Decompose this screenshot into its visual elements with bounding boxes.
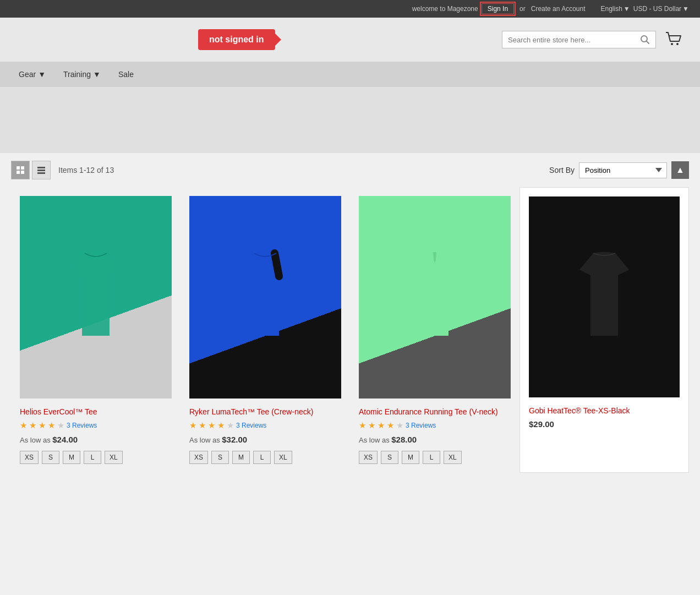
size-xs-2[interactable]: XS — [189, 451, 208, 464]
size-s-2[interactable]: S — [211, 451, 229, 464]
list-icon — [37, 166, 46, 174]
product-image-4[interactable] — [529, 196, 680, 397]
svg-point-2 — [671, 43, 673, 45]
star-3-2: ★ — [368, 421, 375, 430]
shirt-svg-3 — [399, 248, 471, 347]
search-button[interactable] — [640, 35, 650, 45]
search-bar — [502, 31, 656, 48]
language-dropdown[interactable]: English ▼ — [601, 5, 630, 13]
toolbar: Items 1-12 of 13 Sort By Position Produc… — [0, 153, 700, 187]
size-xl-3[interactable]: XL — [444, 451, 462, 464]
sizes-1: XS S M L XL — [20, 451, 172, 464]
size-xs-1[interactable]: XS — [20, 451, 39, 464]
product-image-2[interactable] — [189, 196, 341, 399]
product-card-1: Helios EverCool™ Tee ★ ★ ★ ★ ★ 3 Reviews… — [11, 187, 181, 473]
product-name-1[interactable]: Helios EverCool™ Tee — [20, 407, 172, 416]
not-signed-text: not signed in — [209, 35, 264, 44]
size-l-3[interactable]: L — [423, 451, 440, 464]
size-s-1[interactable]: S — [42, 451, 59, 464]
sign-in-button[interactable]: Sign In — [482, 3, 514, 14]
training-chevron-icon: ▼ — [93, 70, 101, 79]
svg-rect-4 — [17, 166, 20, 170]
product-card-2: Ryker LumaTech™ Tee (Crew-neck) ★ ★ ★ ★ … — [181, 187, 350, 473]
sort-by-label: Sort By — [549, 166, 575, 174]
sort-select[interactable]: Position Product Name Price — [579, 162, 667, 178]
size-m-3[interactable]: M — [402, 451, 419, 464]
star-1-5: ★ — [57, 421, 64, 430]
star-2-2: ★ — [199, 421, 206, 430]
svg-rect-7 — [21, 171, 24, 174]
size-xl-1[interactable]: XL — [105, 451, 123, 464]
currency-label: USD - US Dollar — [633, 5, 681, 13]
banner — [0, 87, 700, 153]
create-account-link[interactable]: Create an Account — [531, 5, 586, 13]
svg-rect-6 — [17, 171, 20, 174]
reviews-link-3[interactable]: 3 Reviews — [406, 422, 436, 429]
cart-button[interactable] — [664, 29, 683, 51]
svg-line-1 — [647, 41, 649, 44]
star-3-1: ★ — [359, 421, 366, 430]
currency-chevron-icon: ▼ — [682, 5, 689, 13]
sort-direction-button[interactable]: ▲ — [671, 161, 689, 179]
star-1-2: ★ — [29, 421, 36, 430]
product-name-2[interactable]: Ryker LumaTech™ Tee (Crew-neck) — [189, 407, 341, 416]
sort-wrap: Sort By Position Product Name Price ▲ — [549, 161, 689, 179]
size-xl-2[interactable]: XL — [274, 451, 292, 464]
product-image-1[interactable] — [20, 196, 172, 399]
products-grid: Helios EverCool™ Tee ★ ★ ★ ★ ★ 3 Reviews… — [0, 187, 700, 484]
size-m-1[interactable]: M — [63, 451, 80, 464]
not-signed-tooltip: not signed in — [198, 29, 275, 50]
star-3-4: ★ — [387, 421, 394, 430]
view-buttons — [11, 161, 51, 179]
nav-bar: Gear ▼ Training ▼ Sale — [0, 62, 700, 87]
nav-item-training[interactable]: Training ▼ — [56, 63, 108, 85]
star-2-1: ★ — [189, 421, 196, 430]
size-l-2[interactable]: L — [253, 451, 271, 464]
star-2-3: ★ — [208, 421, 215, 430]
training-label: Training — [63, 70, 91, 79]
shirt-svg-2 — [229, 248, 301, 347]
star-1-3: ★ — [39, 421, 46, 430]
grid-icon — [16, 166, 25, 174]
product-price-4: $29.00 — [529, 419, 680, 429]
nav-item-gear[interactable]: Gear ▼ — [11, 63, 53, 85]
search-input[interactable] — [508, 36, 640, 44]
star-1-1: ★ — [20, 421, 27, 430]
nav-item-sale[interactable]: Sale — [111, 63, 141, 85]
size-m-2[interactable]: M — [232, 451, 250, 464]
items-count: Items 1-12 of 13 — [58, 166, 114, 174]
gear-chevron-icon: ▼ — [38, 70, 46, 79]
size-xs-3[interactable]: XS — [359, 451, 378, 464]
product-name-4[interactable]: Gobi HeatTec® Tee-XS-Black — [529, 406, 680, 415]
star-2-4: ★ — [217, 421, 225, 430]
currency-dropdown[interactable]: USD - US Dollar ▼ — [633, 5, 689, 13]
product-image-3[interactable] — [359, 196, 511, 399]
svg-rect-9 — [37, 170, 45, 171]
reviews-link-1[interactable]: 3 Reviews — [67, 422, 97, 429]
star-3-3: ★ — [378, 421, 385, 430]
welcome-text: welcome to Magezone — [412, 5, 478, 13]
sale-label: Sale — [118, 70, 134, 79]
sort-direction-icon: ▲ — [676, 165, 685, 175]
product-name-3[interactable]: Atomic Endurance Running Tee (V-neck) — [359, 407, 511, 416]
star-3-5: ★ — [396, 421, 403, 430]
size-l-1[interactable]: L — [84, 451, 101, 464]
cart-icon — [664, 29, 683, 49]
price-label-3: As low as $28.00 — [359, 435, 511, 444]
product-card-4: Gobi HeatTec® Tee-XS-Black $29.00 — [519, 187, 689, 473]
product-rating-1: ★ ★ ★ ★ ★ 3 Reviews — [20, 421, 172, 430]
svg-rect-8 — [37, 167, 45, 168]
header: not signed in — [0, 18, 700, 62]
svg-point-3 — [676, 43, 679, 45]
star-2-5: ★ — [227, 421, 234, 430]
list-view-button[interactable] — [32, 161, 51, 179]
or-separator: or — [519, 5, 526, 13]
language-chevron-icon: ▼ — [624, 5, 630, 13]
language-label: English — [601, 5, 622, 13]
product-card-3: Atomic Endurance Running Tee (V-neck) ★ … — [350, 187, 519, 473]
sizes-2: XS S M L XL — [189, 451, 341, 464]
reviews-link-2[interactable]: 3 Reviews — [236, 422, 266, 429]
price-label-1: As low as $24.00 — [20, 435, 172, 444]
size-s-3[interactable]: S — [381, 451, 398, 464]
grid-view-button[interactable] — [11, 161, 30, 179]
